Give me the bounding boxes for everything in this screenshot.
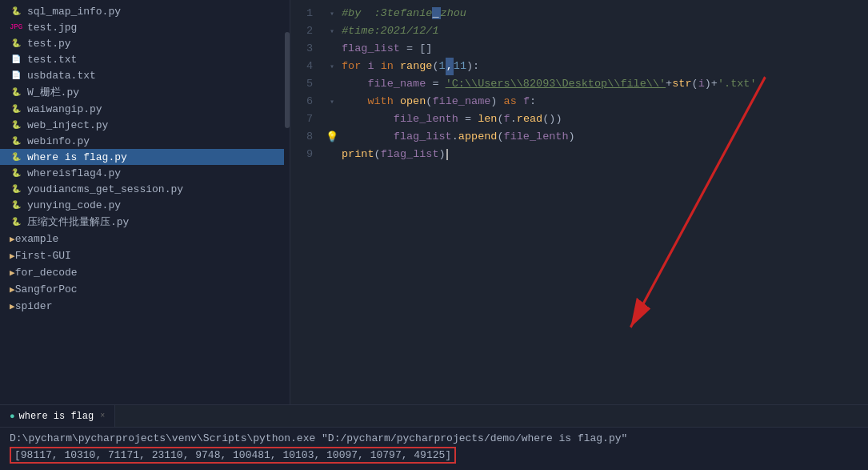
folder-label: spider [15,300,53,312]
python-file-icon: 🐍 [10,37,22,50]
sidebar-item-label: test.jpg [27,22,77,34]
sidebar-item-test-txt[interactable]: 📄 test.txt [0,51,284,67]
folder-label: example [15,233,59,245]
code-text-5c: = [426,75,445,93]
sidebar-item-label: web_inject.py [27,119,108,131]
code-text-5i: )+ [705,75,718,93]
code-text-8b: flag_list [394,128,452,146]
sidebar-folder-example[interactable]: ▶ example [0,231,284,247]
code-text-4c: i [367,58,374,75]
terminal-tab-icon: ● [10,412,15,421]
folder-icon: ▶ [10,251,15,261]
code-text-4d [374,58,381,75]
sidebar-item-test-py[interactable]: 🐍 test.py [0,35,284,51]
code-text-4e: in [381,58,394,75]
sidebar-folder-sangforpoc[interactable]: ▶ SangforPoc [0,281,284,298]
code-text-7i: ()) [542,110,562,128]
terminal-tab-where-is-flag[interactable]: ● where is flag × [0,405,115,427]
code-text-7g: . [510,110,517,128]
code-line-8: flag_list . append ( file_lenth ) [342,128,852,146]
sidebar-folder-for-decode[interactable]: ▶ for_decode [0,264,284,281]
sidebar-item-w-fence[interactable]: 🐍 W_栅栏.py [0,83,284,101]
sidebar-item-label: usbdata.txt [27,70,96,82]
code-text-5e: + [666,75,672,93]
sidebar-scrollbar [284,0,290,404]
txt-file-icon: 📄 [10,69,22,82]
sidebar-folder-spider[interactable]: ▶ spider [0,298,284,315]
sidebar: 🐍 sql_map_info.py JPG test.jpg 🐍 test.py… [0,0,284,404]
code-text-9b: ( [374,146,381,163]
code-text-8c: . [452,128,458,146]
code-text-8f: file_lenth [504,128,569,146]
code-text-8d: append [458,128,498,146]
sidebar-item-zip-decompress[interactable]: 🐍 压缩文件批量解压.py [0,213,284,231]
sidebar-item-usbdata[interactable]: 📄 usbdata.txt [0,67,284,83]
code-text-5j: '.txt' [718,75,757,93]
code-text-6d: open [400,93,426,110]
code-text-4k: ): [466,58,479,75]
sidebar-item-sql-map-info[interactable]: 🐍 sql_map_info.py [0,3,284,19]
terminal-tab-close[interactable]: × [100,412,105,420]
code-lines: #by :3tefanie_zhou #time:2021/12/1 flag_… [342,3,868,401]
code-text-8g: ) [569,128,575,146]
code-text-6i [517,93,523,110]
folder-icon: ▶ [10,267,15,278]
code-line-3: flag_list = [] [342,40,852,58]
code-text-5f: str [672,75,691,93]
terminal-output-line: [98117, 10310, 71171, 23110, 9748, 10048… [10,447,858,464]
code-text-5b: file_name [367,75,426,93]
code-text-9a: print [342,146,374,163]
gutter-empty-9 [322,146,342,163]
code-line-7: file_lenth = len ( f . read ()) [342,110,852,128]
sidebar-item-waiwangip[interactable]: 🐍 waiwangip.py [0,101,284,117]
fold-icon-1[interactable]: ▾ [330,9,334,18]
sidebar-item-youdiancms[interactable]: 🐍 youdiancms_get_session.py [0,181,284,197]
gutter-empty-3 [322,40,342,58]
terminal-area: ● where is flag × D:\pycharm\pycharproje… [0,404,868,470]
code-text-7a [342,110,394,128]
sidebar-item-label: sql_map_info.py [27,6,121,18]
sidebar-item-label: whereisflag4.py [27,167,121,179]
code-text-5g: ( [692,75,698,93]
cursor-9 [446,149,448,160]
code-text-6a [342,93,367,110]
sidebar-item-label: webinfo.py [27,135,90,147]
code-text-4h: ( [432,58,438,75]
jpg-file-icon: JPG [10,21,22,34]
code-text-4g: range [400,58,433,75]
sidebar-folder-first-gui[interactable]: ▶ First-GUI [0,247,284,264]
code-text-8a [342,128,394,146]
fold-icon-6[interactable]: ▾ [330,97,334,106]
folder-label: for_decode [15,267,78,279]
folder-icon: ▶ [10,301,15,311]
code-text-6b: with [367,93,393,110]
terminal-tabs: ● where is flag × [0,405,868,428]
cursor-4: , [446,58,454,75]
python-file-icon: 🐍 [10,86,22,98]
fold-icon-4[interactable]: ▾ [330,62,334,71]
python-file-icon: 🐍 [10,119,22,131]
code-text-4a: for [342,58,361,75]
lightbulb-icon[interactable]: 💡 [326,131,338,143]
sidebar-item-label: test.py [27,38,71,50]
code-editor: 1 2 3 4 5 6 7 8 9 ▾ ▾ ▾ [290,0,868,404]
sidebar-item-label: waiwangip.py [27,103,102,115]
code-line-9: print ( flag_list ) [342,146,852,163]
sidebar-item-webinfo[interactable]: 🐍 webinfo.py [0,133,284,149]
code-text-6f: file_name [432,93,490,110]
sidebar-item-whereisflag4[interactable]: 🐍 whereisflag4.py [0,165,284,181]
sidebar-item-yunying[interactable]: 🐍 yunying_code.py [0,197,284,213]
code-text-6k: : [530,93,536,110]
code-text-7h: read [517,110,542,128]
sidebar-item-label: W_栅栏.py [27,85,79,99]
code-text-5a [342,75,367,93]
sidebar-item-label: where is flag.py [27,151,127,163]
terminal-content: D:\pycharm\pycharprojects\venv\Scripts\p… [0,428,868,470]
sidebar-item-where-is-flag[interactable]: 🐍 where is flag.py [0,149,284,165]
gutter-empty-5 [322,75,342,93]
fold-icon-2[interactable]: ▾ [330,26,334,36]
sidebar-item-label: yunying_code.py [27,199,121,211]
sidebar-item-web-inject[interactable]: 🐍 web_inject.py [0,117,284,133]
sidebar-item-test-jpg[interactable]: JPG test.jpg [0,19,284,35]
code-content: 1 2 3 4 5 6 7 8 9 ▾ ▾ ▾ [290,0,868,404]
